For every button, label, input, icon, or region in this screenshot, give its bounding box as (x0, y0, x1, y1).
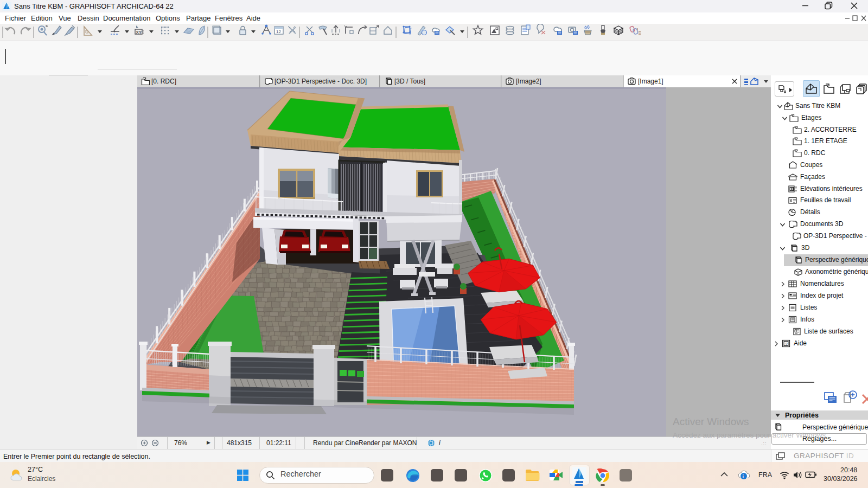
svg-text:12: 12 (276, 29, 281, 34)
svg-text:XY: XY (136, 30, 142, 35)
svg-text:i: i (743, 474, 744, 479)
svg-text:?: ? (785, 342, 788, 346)
